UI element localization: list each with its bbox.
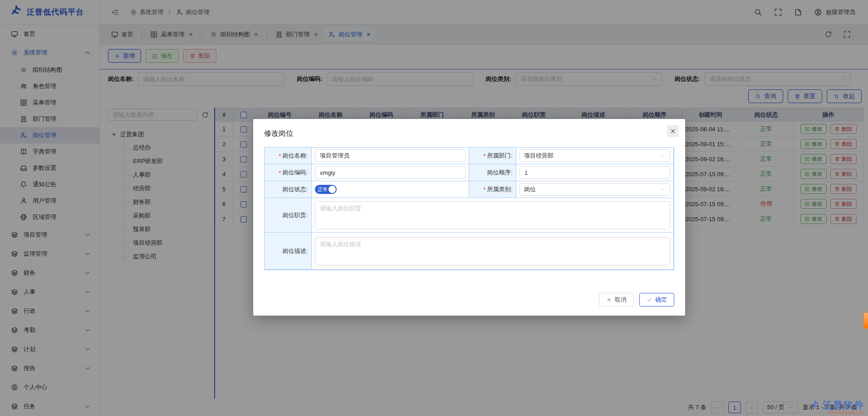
- chevron-down-icon: [660, 187, 666, 192]
- modal-footer: 取消 确定: [599, 293, 674, 307]
- category-select[interactable]: 岗位: [520, 183, 670, 196]
- modal-title: 修改岗位: [264, 129, 293, 139]
- position-desc-label: 岗位描述:: [265, 233, 312, 270]
- department-field: 项目经营部: [516, 148, 674, 164]
- confirm-button[interactable]: 确定: [639, 293, 674, 307]
- position-desc-field: [312, 233, 674, 270]
- chevron-down-icon: [660, 153, 666, 158]
- position-order-input[interactable]: [520, 166, 670, 179]
- position-code-label: *岗位编码:: [265, 164, 312, 181]
- category-field: 岗位: [516, 181, 674, 198]
- position-status-label: 岗位状态:: [265, 181, 312, 198]
- position-name-field: [312, 148, 469, 164]
- position-status-toggle[interactable]: 正常: [315, 185, 337, 194]
- position-name-input[interactable]: [315, 149, 466, 162]
- modal-close-icon[interactable]: ✕: [667, 125, 679, 137]
- position-code-input[interactable]: [315, 166, 466, 179]
- toggle-knob: [329, 186, 336, 193]
- position-duty-field: [312, 198, 674, 233]
- position-order-field: [516, 164, 674, 181]
- department-label: *所属部门:: [469, 148, 516, 164]
- x-icon: [606, 297, 612, 302]
- position-name-label: *岗位名称:: [265, 148, 312, 164]
- position-order-label: 岗位顺序:: [469, 164, 516, 181]
- side-helper-tab[interactable]: [864, 313, 868, 328]
- position-duty-label: 岗位职责:: [265, 198, 312, 233]
- position-desc-textarea[interactable]: [315, 237, 670, 265]
- check-icon: [647, 297, 652, 302]
- department-select[interactable]: 项目经营部: [520, 149, 670, 162]
- cancel-button[interactable]: 取消: [599, 293, 634, 307]
- category-label: *所属类别:: [469, 181, 516, 198]
- position-status-field: 正常: [312, 181, 469, 198]
- edit-position-modal: 修改岗位 ✕ *岗位名称:*所属部门:项目经营部*岗位编码:岗位顺序:岗位状态:…: [253, 119, 685, 316]
- modal-form: *岗位名称:*所属部门:项目经营部*岗位编码:岗位顺序:岗位状态:正常*所属类别…: [264, 147, 674, 270]
- position-duty-textarea[interactable]: [315, 201, 670, 229]
- position-code-field: [312, 164, 469, 181]
